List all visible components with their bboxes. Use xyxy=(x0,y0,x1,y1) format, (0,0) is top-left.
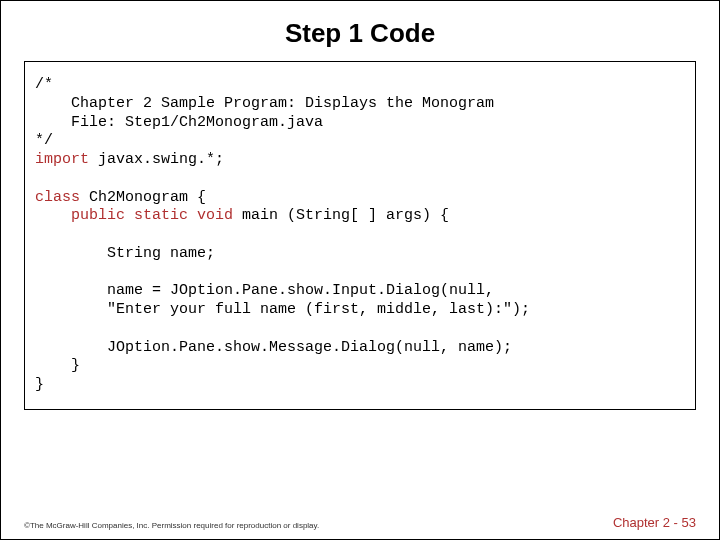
copyright-text: ©The McGraw-Hill Companies, Inc. Permiss… xyxy=(24,521,319,530)
slide-frame xyxy=(0,0,720,540)
footer: ©The McGraw-Hill Companies, Inc. Permiss… xyxy=(24,515,696,530)
page-number: Chapter 2 - 53 xyxy=(613,515,696,530)
